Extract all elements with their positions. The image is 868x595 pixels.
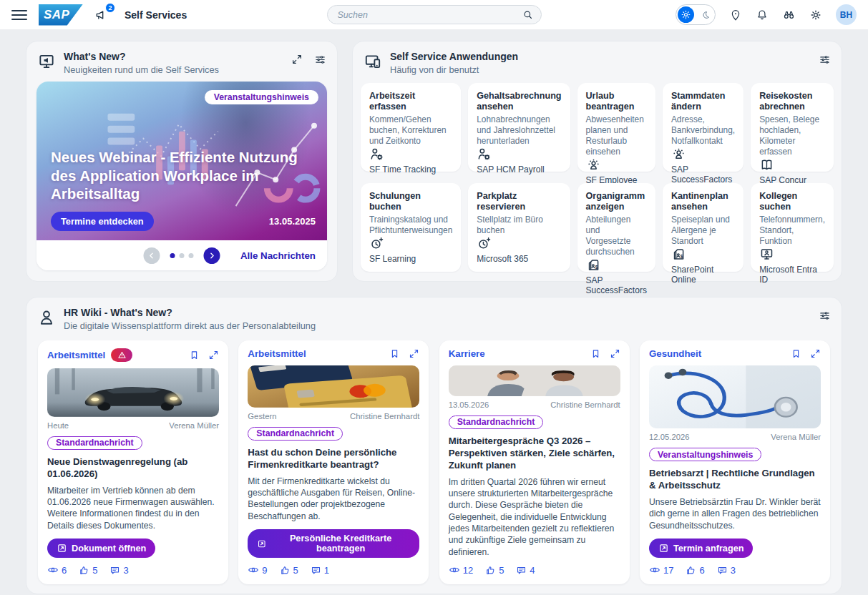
tile-description: Speiseplan und Allergene je Standort [671,215,735,247]
likes-stat[interactable]: 5 [280,565,298,576]
bookmark-icon[interactable] [791,348,801,359]
open-document-button[interactable]: Dokument öffnen [47,539,155,558]
tile-title: Arbeitszeit erfassen [369,91,452,113]
slide-title: Neues Webinar - Effiziente Nutzung des A… [51,148,317,203]
tile-title: Kantinenplan ansehen [671,191,735,213]
page-title: Self Services [125,9,187,21]
news-author: Christine Bernhardt [350,412,419,421]
expand-icon[interactable] [610,348,620,359]
sap-logo-text: SAP [44,8,69,22]
news-title: Neue Dienstwagenregelung (ab 01.06.2026) [47,456,219,481]
comments-stat[interactable]: 1 [311,565,329,576]
moon-icon [701,10,711,20]
org-dollar-icon [586,257,601,272]
carousel-dot[interactable] [188,253,193,258]
hr-wiki-title: HR Wiki - What's New? [64,307,316,318]
clock-plus-icon [477,236,492,251]
whats-new-subtitle: Neuigkeiten rund um die Self Services [64,64,219,75]
tile-app-label: SAP SuccessFactors [586,275,647,295]
slide-category-badge: Veranstaltungshinweis [205,90,318,104]
dark-mode-button[interactable] [697,6,713,23]
expand-icon[interactable] [409,348,419,359]
news-category: Arbeitsmittel [47,350,105,360]
sap-logo[interactable]: SAP [39,4,83,26]
news-category: Arbeitsmittel [248,348,306,359]
clock-plus-icon [369,236,384,251]
hamburger-menu-icon[interactable] [11,7,27,23]
announcements-button[interactable]: 2 [94,8,109,22]
tile-title: Urlaub beantragen [586,91,647,113]
app-tile-travel-expenses[interactable]: Reisekosten abrechnen Spesen, Belege hoc… [751,83,834,172]
search-icon[interactable] [522,9,533,20]
tile-title: Schulungen buchen [369,191,452,213]
hr-wiki-panel: HR Wiki - What's New? Die digitale Wisse… [26,297,842,594]
views-stat: 12 [449,564,473,576]
location-pin-icon[interactable] [729,9,742,21]
notifications-bell-icon[interactable] [756,9,769,21]
button-label: Termin anfragen [673,544,743,554]
app-tile-trainings[interactable]: Schulungen buchen Trainingskatalog und P… [361,183,461,272]
request-appointment-button[interactable]: Termin anfragen [649,539,753,558]
settings-gear-icon[interactable] [809,9,822,21]
carousel-next-button[interactable] [203,247,220,264]
search-input[interactable] [327,5,542,24]
app-tile-colleagues[interactable]: Kollegen suchen Telefonnummern, Standort… [751,183,834,272]
expand-icon[interactable] [208,350,219,360]
news-date: Heute [47,421,69,430]
news-title: Mitarbeitergespräche Q3 2026 – Perspekti… [449,436,620,472]
settings-sliders-icon[interactable] [819,54,831,66]
app-tile-time-tracking[interactable]: Arbeitszeit erfassen Kommen/Gehen buchen… [361,83,461,172]
comment-icon [311,565,321,576]
carousel-dot[interactable] [170,253,175,258]
news-slide-image: Veranstaltungshinweis Neues Webinar - Ef… [36,82,327,240]
doc-open-icon [257,539,267,549]
comments-stat[interactable]: 3 [717,565,736,576]
news-author: Verena Müller [771,433,821,441]
bookmark-icon[interactable] [189,350,200,360]
tile-app-label: SAP HCM Payroll [477,164,561,174]
expand-icon[interactable] [810,348,821,359]
views-stat: 9 [248,564,267,576]
tile-description: Adresse, Bankverbindung, Notfallkontakt [671,114,735,147]
comments-stat[interactable]: 4 [516,565,535,576]
doc-open-icon [57,543,67,554]
people-group-icon [586,157,601,172]
news-card-company-doctor: Gesundheit [640,340,830,584]
tile-title: Kollegen suchen [759,191,825,213]
carousel-dot[interactable] [179,253,184,258]
bookmark-icon[interactable] [590,348,601,359]
news-image-people-talking [449,365,620,396]
all-news-link[interactable]: Alle Nachrichten [240,250,316,261]
chevron-left-icon [147,251,156,260]
app-tile-canteen[interactable]: Kantinenplan ansehen Speiseplan und Alle… [663,183,743,272]
app-tile-payroll[interactable]: Gehaltsabrechnung ansehen Lohnabrechnung… [468,83,570,172]
app-tile-parking[interactable]: Parkplatz reservieren Stellplatz im Büro… [468,183,570,272]
app-tile-vacation[interactable]: Urlaub beantragen Abwesenheiten planen u… [577,83,655,172]
apply-credit-card-button[interactable]: Persönliche Kreditkarte beantragen [248,529,419,558]
thumbs-up-icon [686,565,696,576]
person-gear-icon [369,147,384,162]
hr-wiki-subtitle: Die digitale Wissensplattform direkt aus… [64,320,316,331]
likes-stat[interactable]: 5 [79,565,97,576]
settings-sliders-icon[interactable] [314,54,326,66]
expand-icon[interactable] [291,54,303,65]
app-tile-master-data[interactable]: Stammdaten ändern Adresse, Bankverbindun… [663,83,743,172]
binoculars-icon[interactable] [782,8,796,21]
light-mode-button[interactable] [678,6,694,23]
carousel-prev-button[interactable] [143,247,160,264]
bookmark-icon[interactable] [389,348,400,359]
news-image-credit-cards [248,365,419,408]
app-tile-org-chart[interactable]: Organigramm anzeigen Abteilungen und Vor… [577,183,655,272]
doc-open-icon [658,543,669,554]
tile-title: Parkplatz reservieren [477,191,561,213]
comments-stat[interactable]: 3 [109,565,128,576]
news-title: Hast du schon Deine persönliche Firmenkr… [248,447,419,471]
news-card-company-car: Arbeitsmittel [38,340,228,584]
settings-sliders-icon[interactable] [819,310,831,322]
tile-app-label: Microsoft 365 [477,254,561,264]
discover-dates-button[interactable]: Termine entdecken [51,212,154,231]
likes-stat[interactable]: 6 [686,565,704,576]
likes-stat[interactable]: 5 [485,565,504,576]
user-avatar[interactable]: BH [836,4,857,25]
news-date: Gestern [248,412,276,421]
